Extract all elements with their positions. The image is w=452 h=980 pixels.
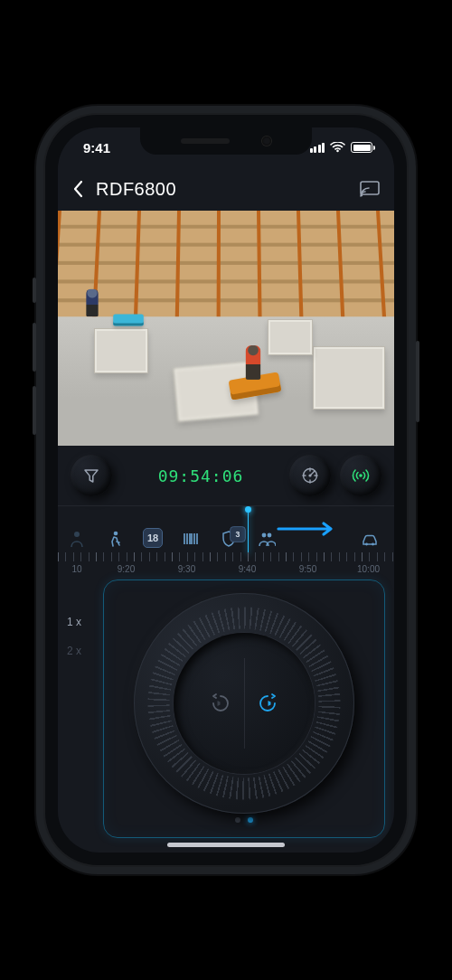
- timeline-label: 10: [58, 564, 96, 574]
- pagination-dots[interactable]: [235, 817, 253, 823]
- phone-device-frame: 9:41: [45, 115, 407, 865]
- ptz-button[interactable]: [289, 455, 331, 496]
- wifi-icon: [330, 142, 345, 153]
- timeline-label: 9:50: [278, 564, 338, 574]
- jog-center: [174, 633, 315, 774]
- filter-button[interactable]: [71, 455, 112, 496]
- page-dot[interactable]: [235, 817, 240, 823]
- broadcast-icon: [351, 468, 371, 483]
- group-icon: [258, 530, 276, 548]
- volume-up-button: [33, 323, 36, 372]
- timeline-event-shield[interactable]: 3: [210, 530, 248, 548]
- car-icon: [361, 530, 379, 548]
- walk-icon: [106, 530, 124, 548]
- jog-panel: 1 x2 x: [58, 574, 394, 853]
- svg-point-1: [361, 194, 363, 196]
- timeline-event-car[interactable]: [351, 530, 389, 548]
- person-icon: [68, 530, 86, 548]
- timeline-playhead[interactable]: [248, 509, 249, 554]
- go-live-button[interactable]: [340, 455, 381, 496]
- barcode-icon: [182, 530, 200, 548]
- funnel-icon: [83, 467, 99, 484]
- count-badge: 18: [143, 528, 163, 548]
- timeline-time-labels: 109:209:309:409:5010:00: [58, 564, 394, 574]
- chevron-left-icon: [72, 180, 83, 198]
- earpiece: [181, 138, 230, 144]
- timeline-event-walk[interactable]: [96, 530, 134, 548]
- camera-video-feed[interactable]: [58, 211, 394, 446]
- cellular-signal-icon: [310, 143, 325, 153]
- step-forward-icon: [258, 692, 281, 715]
- page-title: RDF6800: [96, 179, 176, 200]
- speed-option[interactable]: 1 x: [67, 616, 98, 628]
- header: RDF6800: [58, 167, 394, 211]
- svg-point-4: [359, 474, 363, 477]
- jog-wheel[interactable]: [134, 593, 354, 814]
- step-forward-button[interactable]: [258, 692, 281, 715]
- home-indicator[interactable]: [167, 843, 285, 847]
- page-dot[interactable]: [248, 817, 253, 823]
- jog-frame: [103, 580, 385, 838]
- radar-icon: [301, 466, 319, 485]
- playback-speed-selector[interactable]: 1 x2 x: [67, 580, 98, 838]
- timeline-motion-arrow-icon: [277, 521, 342, 537]
- speed-option[interactable]: 2 x: [67, 645, 98, 657]
- screen: 9:41: [58, 127, 394, 853]
- power-button: [416, 341, 419, 422]
- svg-point-3: [308, 474, 311, 476]
- timeline-label: 9:30: [156, 564, 217, 574]
- cast-button[interactable]: [360, 181, 380, 197]
- timeline-label: 9:40: [217, 564, 278, 574]
- timeline-ticks: [58, 552, 394, 561]
- timeline-label: 9:20: [96, 564, 156, 574]
- mute-switch: [33, 278, 36, 303]
- timeline-event-person[interactable]: [58, 530, 96, 548]
- back-button[interactable]: [72, 180, 83, 198]
- playback-controls: 09:54:06: [58, 446, 394, 505]
- timeline-event-badge[interactable]: 18: [134, 528, 172, 548]
- device-notch: [140, 127, 312, 155]
- status-time: 9:41: [83, 140, 110, 155]
- step-back-button[interactable]: [207, 692, 231, 715]
- front-camera: [262, 137, 271, 146]
- volume-down-button: [33, 386, 36, 435]
- timeline-event-barcode[interactable]: [172, 530, 210, 548]
- count-badge: 3: [230, 526, 246, 542]
- cast-icon: [360, 181, 380, 197]
- step-back-icon: [207, 692, 231, 715]
- timeline-event-walk[interactable]: [389, 530, 394, 548]
- event-timeline[interactable]: 183 109:209:309:409:5010:00: [58, 505, 394, 574]
- timecode-display: 09:54:06: [121, 466, 280, 485]
- timeline-label: 10:00: [338, 564, 394, 574]
- battery-icon: [351, 142, 372, 153]
